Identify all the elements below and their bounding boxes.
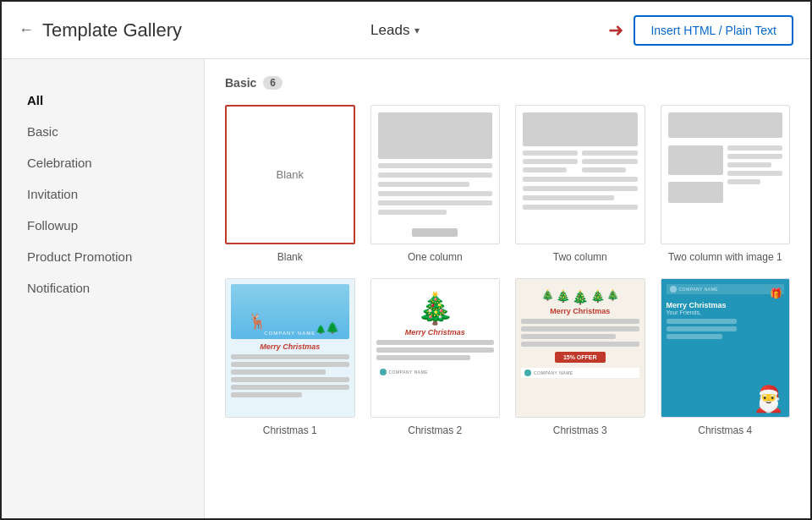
template-thumb-two-column-image[interactable] (661, 105, 791, 244)
template-name-christmas-1: Christmas 1 (263, 424, 317, 436)
section-header: Basic 6 (225, 76, 790, 90)
leads-selector[interactable]: Leads ▾ (370, 22, 420, 39)
template-name-blank: Blank (277, 251, 303, 263)
arrow-right-icon: ➜ (608, 19, 623, 41)
template-thumb-christmas-4[interactable]: COMPANY NAME Merry Christmas Your Friend… (661, 278, 791, 418)
back-button[interactable]: ← (19, 21, 34, 39)
template-name-two-column-image: Two column with image 1 (668, 251, 782, 263)
template-one-column[interactable]: One column (370, 105, 501, 263)
template-thumb-christmas-2[interactable]: 🎄 Merry Christmas COMPANY NAME (370, 278, 501, 418)
sidebar-item-celebration[interactable]: Celebration (2, 147, 204, 178)
sidebar-item-all[interactable]: All (2, 85, 204, 116)
template-thumb-christmas-3[interactable]: 🎄 🎄 🎄 🎄 🎄 Merry Christmas (515, 278, 645, 418)
sidebar: All Basic Celebration Invitation Followu… (2, 59, 205, 518)
insert-html-button[interactable]: Insert HTML / Plain Text (634, 15, 793, 46)
chevron-down-icon: ▾ (414, 25, 420, 36)
main-content: Basic 6 Blank Blank (205, 59, 810, 518)
page-title: Template Gallery (42, 19, 182, 41)
template-name-christmas-4: Christmas 4 (698, 424, 752, 436)
header-left: ← Template Gallery (19, 19, 182, 41)
sidebar-item-product-promotion[interactable]: Product Promotion (2, 241, 204, 272)
template-name-christmas-3: Christmas 3 (553, 424, 607, 436)
blank-label: Blank (276, 168, 304, 181)
sidebar-item-notification[interactable]: Notification (2, 272, 204, 304)
template-christmas-4[interactable]: COMPANY NAME Merry Christmas Your Friend… (661, 278, 791, 436)
sidebar-item-followup[interactable]: Followup (2, 210, 204, 241)
template-name-one-column: One column (408, 251, 463, 263)
template-blank[interactable]: Blank Blank (225, 105, 355, 263)
template-two-column[interactable]: Two column (515, 105, 645, 263)
template-thumb-one-column[interactable] (370, 105, 501, 244)
template-thumb-blank[interactable]: Blank (225, 105, 355, 244)
template-two-column-image[interactable]: Two column with image 1 (661, 105, 791, 263)
sidebar-item-basic[interactable]: Basic (2, 116, 204, 147)
section-count: 6 (263, 76, 283, 90)
body-area: All Basic Celebration Invitation Followu… (2, 59, 810, 518)
template-thumb-christmas-1[interactable]: COMPANY NAME 🦌 🌲 🌲 Merry Christmas (225, 278, 355, 418)
templates-grid: Blank Blank (225, 105, 790, 436)
template-name-christmas-2: Christmas 2 (408, 424, 462, 436)
section-label: Basic (225, 76, 256, 90)
template-thumb-two-column[interactable] (515, 105, 645, 244)
sidebar-item-invitation[interactable]: Invitation (2, 178, 204, 210)
template-name-two-column: Two column (553, 251, 607, 263)
template-christmas-1[interactable]: COMPANY NAME 🦌 🌲 🌲 Merry Christmas (225, 278, 355, 436)
header: ← Template Gallery Leads ▾ ➜ Insert HTML… (2, 2, 810, 59)
leads-label[interactable]: Leads ▾ (370, 22, 420, 39)
header-right: ➜ Insert HTML / Plain Text (608, 15, 793, 46)
template-christmas-2[interactable]: 🎄 Merry Christmas COMPANY NAME (370, 278, 501, 436)
template-christmas-3[interactable]: 🎄 🎄 🎄 🎄 🎄 Merry Christmas (515, 278, 645, 436)
